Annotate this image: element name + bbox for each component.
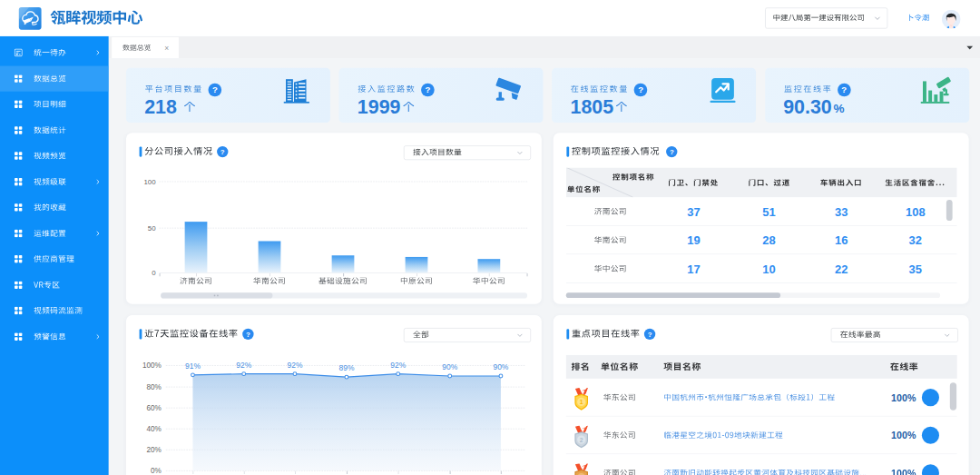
svg-text:2: 2 [580,437,583,443]
svg-text:1: 1 [580,399,583,405]
